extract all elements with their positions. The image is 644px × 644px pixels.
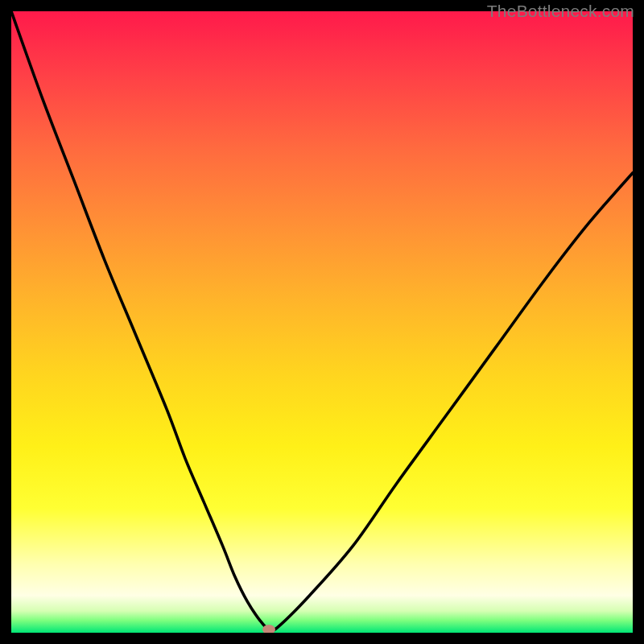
optimal-point-marker — [262, 625, 275, 633]
bottleneck-curve — [11, 11, 633, 633]
watermark-text: TheBottleneck.com — [487, 2, 634, 21]
chart-stage: TheBottleneck.com — [0, 0, 644, 644]
plot-area — [11, 11, 633, 633]
